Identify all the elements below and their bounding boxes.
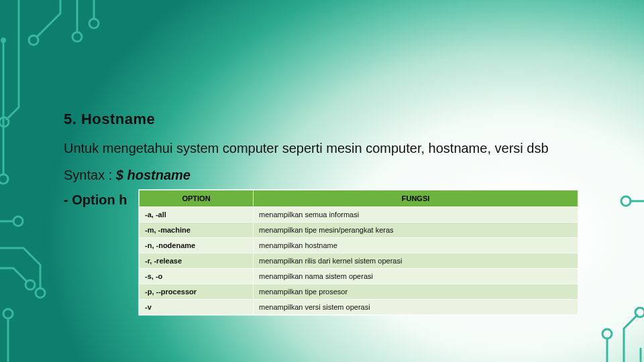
syntax-line: Syntax : $ hostname <box>64 168 604 183</box>
table-row: -a, -all menampilkan semua informasi <box>140 207 578 223</box>
svg-point-0 <box>29 36 38 45</box>
cell-option: -n, -nodename <box>140 238 254 253</box>
svg-point-15 <box>602 329 612 339</box>
svg-point-4 <box>89 19 99 28</box>
section-description: Untuk mengetahui system computer seperti… <box>64 139 604 158</box>
table-row: -p, --processor menampilkan tipe proseso… <box>140 284 578 300</box>
svg-point-17 <box>621 196 631 206</box>
cell-fungsi: menampilkan hostname <box>254 238 578 253</box>
syntax-command: $ hostname <box>116 168 191 182</box>
cell-option: -v <box>140 300 254 315</box>
cell-fungsi: menampilkan tipe prosesor <box>254 284 578 300</box>
svg-point-2 <box>72 32 82 42</box>
svg-point-11 <box>36 288 45 298</box>
options-table: OPTION FUNGSI -a, -all menampilkan semua… <box>139 190 578 315</box>
slide-content: 5. Hostname Untuk mengetahui system comp… <box>64 111 604 315</box>
table-row: -m, -machine menampilkan tipe mesin/pera… <box>140 223 578 238</box>
svg-point-14 <box>3 309 13 318</box>
cell-fungsi: menampilkan rilis dari kernel sistem ope… <box>254 253 578 269</box>
option-lead-text: - Option h <box>64 192 127 208</box>
cell-option: -a, -all <box>140 207 254 223</box>
svg-point-7 <box>0 174 8 184</box>
table-row: -r, -release menampilkan rilis dari kern… <box>140 253 578 269</box>
section-heading: 5. Hostname <box>64 111 604 128</box>
syntax-label: Syntax : <box>64 168 116 182</box>
cell-fungsi: menampilkan semua informasi <box>254 207 578 223</box>
col-fungsi: FUNGSI <box>254 190 578 207</box>
cell-fungsi: menampilkan nama sistem operasi <box>254 269 578 284</box>
cell-option: -m, -machine <box>140 223 254 238</box>
cell-fungsi: menampilkan tipe mesin/perangkat keras <box>254 223 578 238</box>
cell-fungsi: menampilkan versi sistem operasi <box>254 300 578 315</box>
svg-point-12 <box>25 280 35 290</box>
svg-point-6 <box>1 38 6 43</box>
svg-point-8 <box>0 117 9 127</box>
cell-option: -s, -o <box>140 269 254 284</box>
table-row: -n, -nodename menampilkan hostname <box>140 238 578 253</box>
table-row: -s, -o menampilkan nama sistem operasi <box>140 269 578 284</box>
svg-point-10 <box>13 217 23 226</box>
cell-option: -r, -release <box>140 253 254 269</box>
cell-option: -p, --processor <box>140 284 254 300</box>
table-row: -v menampilkan versi sistem operasi <box>140 300 578 315</box>
table-header-row: OPTION FUNGSI <box>140 190 578 207</box>
col-option: OPTION <box>140 190 254 207</box>
svg-point-16 <box>635 308 644 317</box>
